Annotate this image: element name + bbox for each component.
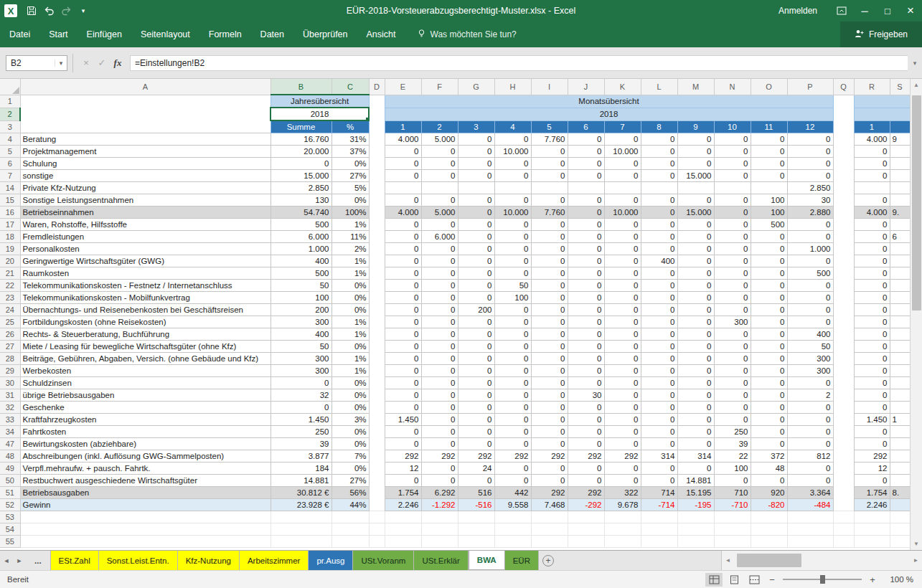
cell[interactable]: 0: [604, 365, 641, 377]
cell[interactable]: 0: [494, 426, 531, 438]
cell[interactable]: [833, 255, 854, 267]
cell[interactable]: 3: [458, 120, 494, 133]
cell[interactable]: [20, 108, 271, 120]
cell[interactable]: 0: [714, 194, 751, 207]
cell[interactable]: 372: [751, 450, 787, 463]
cell[interactable]: [369, 414, 385, 426]
cell[interactable]: 516: [458, 487, 494, 499]
cell[interactable]: 0: [751, 304, 787, 316]
cell[interactable]: Werbekosten: [20, 365, 271, 377]
cell[interactable]: [833, 450, 854, 463]
cell[interactable]: [890, 243, 910, 255]
cell[interactable]: 0: [421, 170, 458, 182]
cell[interactable]: 0: [385, 353, 421, 365]
cell[interactable]: [421, 182, 458, 194]
cell[interactable]: 39: [271, 438, 331, 450]
cell[interactable]: 15.000: [271, 170, 331, 182]
cell[interactable]: 0: [641, 402, 677, 414]
cell[interactable]: 0: [385, 438, 421, 450]
cell[interactable]: 0: [458, 280, 494, 292]
cell[interactable]: 10: [714, 120, 751, 133]
cell[interactable]: 0: [458, 389, 494, 402]
cell[interactable]: 292: [421, 450, 458, 463]
cell[interactable]: 0: [458, 328, 494, 341]
cell[interactable]: 0: [641, 304, 677, 316]
cell[interactable]: 0: [494, 353, 531, 365]
cell[interactable]: 0: [677, 292, 714, 304]
cell[interactable]: 3.364: [787, 487, 833, 499]
cell[interactable]: 0: [854, 475, 890, 487]
cell[interactable]: [890, 426, 910, 438]
cell[interactable]: 0: [271, 158, 331, 170]
cell[interactable]: 7.760: [531, 207, 568, 219]
cell[interactable]: 292: [458, 450, 494, 463]
cell[interactable]: 2.880: [787, 207, 833, 219]
cell[interactable]: 0: [787, 377, 833, 389]
cell[interactable]: [271, 523, 331, 536]
cell[interactable]: 0: [714, 146, 751, 158]
cell[interactable]: 0: [677, 133, 714, 146]
cell[interactable]: 50: [271, 280, 331, 292]
cell[interactable]: 1.754: [385, 487, 421, 499]
cell[interactable]: 0: [458, 255, 494, 267]
column-header-E[interactable]: E: [385, 79, 421, 95]
cell[interactable]: 0: [458, 353, 494, 365]
cell[interactable]: 10.000: [604, 146, 641, 158]
active-cell[interactable]: 2018: [271, 108, 369, 120]
cell[interactable]: Betriebseinnahmen: [20, 207, 271, 219]
cell[interactable]: 710: [714, 487, 751, 499]
zoom-in-button[interactable]: +: [866, 574, 879, 585]
cell[interactable]: 0: [677, 353, 714, 365]
cell[interactable]: 0: [531, 255, 568, 267]
cell[interactable]: 0: [854, 426, 890, 438]
name-box[interactable]: B2 ▾: [6, 55, 67, 71]
cell[interactable]: 0: [641, 353, 677, 365]
cell[interactable]: Verpfl.mehraufw. + pausch. Fahrtk.: [20, 463, 271, 475]
row-header-23[interactable]: 23: [0, 292, 20, 304]
sign-in-button[interactable]: Anmelden: [766, 6, 830, 16]
cell[interactable]: 0: [385, 255, 421, 267]
cell[interactable]: [833, 133, 854, 146]
cell[interactable]: 0: [677, 365, 714, 377]
cell[interactable]: [890, 463, 910, 475]
cell[interactable]: 3.877: [271, 450, 331, 463]
cell[interactable]: 0: [714, 353, 751, 365]
cell[interactable]: 6: [890, 231, 910, 243]
cell[interactable]: -195: [677, 499, 714, 511]
cell[interactable]: 0: [677, 377, 714, 389]
sheet-tab-overflow[interactable]: ...: [26, 551, 51, 570]
cell[interactable]: [604, 182, 641, 194]
ribbon-display-options-icon[interactable]: [830, 0, 853, 22]
cell[interactable]: 0: [787, 426, 833, 438]
formula-bar-expand-icon[interactable]: ▾: [908, 55, 922, 71]
cell[interactable]: 20.000: [271, 146, 331, 158]
page-break-view-button[interactable]: [745, 573, 763, 587]
cell[interactable]: 0: [714, 328, 751, 341]
cell[interactable]: [369, 463, 385, 475]
cell[interactable]: 0: [641, 231, 677, 243]
cell[interactable]: 0: [677, 328, 714, 341]
cell[interactable]: 0: [677, 194, 714, 207]
cell[interactable]: 0: [385, 389, 421, 402]
cell[interactable]: 0: [531, 426, 568, 438]
ribbon-tab-einfügen[interactable]: Einfügen: [77, 22, 131, 47]
cell[interactable]: 0: [531, 219, 568, 231]
cell[interactable]: 0: [421, 304, 458, 316]
cell[interactable]: 0: [751, 133, 787, 146]
customize-quick-access-icon[interactable]: ▾: [75, 0, 92, 22]
cell[interactable]: 0: [751, 475, 787, 487]
sheet-tab-kfz-nutzung[interactable]: Kfz-Nutzung: [178, 551, 240, 570]
cell[interactable]: 31%: [331, 133, 369, 146]
cell[interactable]: 0: [604, 414, 641, 426]
cell[interactable]: [714, 182, 751, 194]
cell[interactable]: 0: [385, 219, 421, 231]
row-header-53[interactable]: 53: [0, 511, 20, 523]
cell[interactable]: 500: [787, 267, 833, 280]
cell[interactable]: 1.450: [854, 414, 890, 426]
cell[interactable]: 0: [677, 426, 714, 438]
cell[interactable]: 0: [385, 365, 421, 377]
cell[interactable]: 0%: [331, 304, 369, 316]
cell[interactable]: 0: [641, 133, 677, 146]
cell[interactable]: 0: [787, 438, 833, 450]
cell[interactable]: 0%: [331, 377, 369, 389]
